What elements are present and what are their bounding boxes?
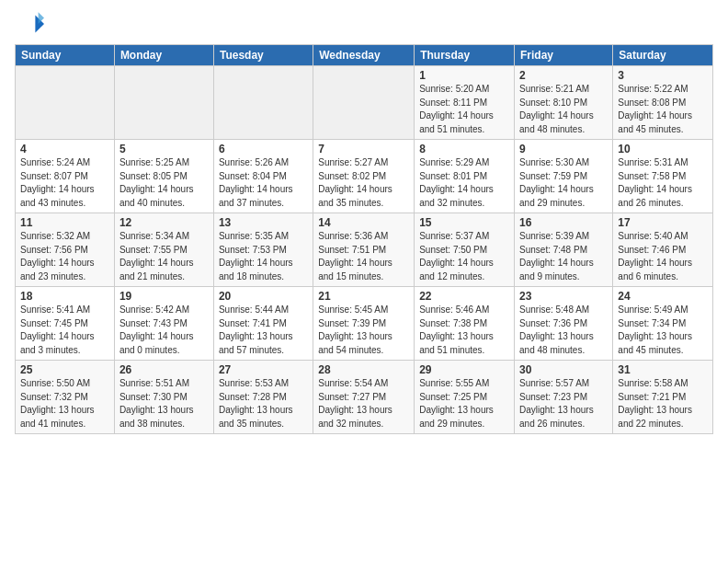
logo-icon xyxy=(15,9,44,39)
day-cell: 16Sunrise: 5:39 AM Sunset: 7:48 PM Dayli… xyxy=(515,213,613,287)
day-cell: 21Sunrise: 5:45 AM Sunset: 7:39 PM Dayli… xyxy=(313,287,415,361)
day-cell: 6Sunrise: 5:26 AM Sunset: 8:04 PM Daylig… xyxy=(213,140,313,213)
day-cell: 30Sunrise: 5:57 AM Sunset: 7:23 PM Dayli… xyxy=(515,361,613,434)
day-number: 21 xyxy=(318,290,409,303)
day-number: 10 xyxy=(618,143,708,155)
day-cell: 13Sunrise: 5:35 AM Sunset: 7:53 PM Dayli… xyxy=(213,213,313,287)
day-cell: 14Sunrise: 5:36 AM Sunset: 7:51 PM Dayli… xyxy=(313,213,415,287)
day-number: 8 xyxy=(419,143,509,155)
day-cell: 9Sunrise: 5:30 AM Sunset: 7:59 PM Daylig… xyxy=(515,140,613,213)
day-number: 17 xyxy=(618,216,708,229)
day-cell: 4Sunrise: 5:24 AM Sunset: 8:07 PM Daylig… xyxy=(16,140,115,213)
day-number: 30 xyxy=(519,363,608,376)
day-number: 12 xyxy=(119,216,209,229)
day-number: 24 xyxy=(618,290,708,303)
weekday-header-row: SundayMondayTuesdayWednesdayThursdayFrid… xyxy=(16,45,713,66)
day-number: 28 xyxy=(318,363,409,376)
day-cell: 23Sunrise: 5:48 AM Sunset: 7:36 PM Dayli… xyxy=(515,287,613,361)
day-cell xyxy=(16,66,115,140)
day-cell: 12Sunrise: 5:34 AM Sunset: 7:55 PM Dayli… xyxy=(114,213,213,287)
day-info: Sunrise: 5:50 AM Sunset: 7:32 PM Dayligh… xyxy=(20,377,109,431)
day-number: 3 xyxy=(618,69,708,82)
calendar-table: SundayMondayTuesdayWednesdayThursdayFrid… xyxy=(15,44,713,434)
day-info: Sunrise: 5:45 AM Sunset: 7:39 PM Dayligh… xyxy=(318,304,409,357)
day-info: Sunrise: 5:26 AM Sunset: 8:04 PM Dayligh… xyxy=(219,156,308,210)
week-row-1: 1Sunrise: 5:20 AM Sunset: 8:11 PM Daylig… xyxy=(16,66,713,140)
day-number: 14 xyxy=(318,216,409,229)
day-info: Sunrise: 5:25 AM Sunset: 8:05 PM Dayligh… xyxy=(119,156,209,210)
day-number: 27 xyxy=(219,363,308,376)
header xyxy=(15,9,713,39)
day-info: Sunrise: 5:36 AM Sunset: 7:51 PM Dayligh… xyxy=(318,230,409,283)
day-number: 13 xyxy=(219,216,308,229)
day-cell: 20Sunrise: 5:44 AM Sunset: 7:41 PM Dayli… xyxy=(213,287,313,361)
week-row-2: 4Sunrise: 5:24 AM Sunset: 8:07 PM Daylig… xyxy=(16,140,713,213)
day-info: Sunrise: 5:21 AM Sunset: 8:10 PM Dayligh… xyxy=(519,83,608,136)
week-row-5: 25Sunrise: 5:50 AM Sunset: 7:32 PM Dayli… xyxy=(16,361,713,434)
day-number: 5 xyxy=(119,143,209,155)
day-cell xyxy=(114,66,213,140)
day-cell: 18Sunrise: 5:41 AM Sunset: 7:45 PM Dayli… xyxy=(16,287,115,361)
day-info: Sunrise: 5:20 AM Sunset: 8:11 PM Dayligh… xyxy=(419,83,509,136)
day-info: Sunrise: 5:34 AM Sunset: 7:55 PM Dayligh… xyxy=(119,230,209,283)
day-info: Sunrise: 5:37 AM Sunset: 7:50 PM Dayligh… xyxy=(419,230,509,283)
day-number: 29 xyxy=(419,363,509,376)
day-info: Sunrise: 5:31 AM Sunset: 7:58 PM Dayligh… xyxy=(618,156,708,210)
day-number: 18 xyxy=(20,290,109,303)
day-info: Sunrise: 5:41 AM Sunset: 7:45 PM Dayligh… xyxy=(20,304,109,357)
weekday-header-thursday: Thursday xyxy=(415,45,515,66)
day-cell: 29Sunrise: 5:55 AM Sunset: 7:25 PM Dayli… xyxy=(415,361,515,434)
day-info: Sunrise: 5:46 AM Sunset: 7:38 PM Dayligh… xyxy=(419,304,509,357)
day-info: Sunrise: 5:35 AM Sunset: 7:53 PM Dayligh… xyxy=(219,230,308,283)
day-cell: 28Sunrise: 5:54 AM Sunset: 7:27 PM Dayli… xyxy=(313,361,415,434)
day-cell: 2Sunrise: 5:21 AM Sunset: 8:10 PM Daylig… xyxy=(515,66,613,140)
weekday-header-saturday: Saturday xyxy=(613,45,713,66)
day-info: Sunrise: 5:30 AM Sunset: 7:59 PM Dayligh… xyxy=(519,156,608,210)
day-info: Sunrise: 5:51 AM Sunset: 7:30 PM Dayligh… xyxy=(119,377,209,431)
day-cell: 5Sunrise: 5:25 AM Sunset: 8:05 PM Daylig… xyxy=(114,140,213,213)
day-cell: 15Sunrise: 5:37 AM Sunset: 7:50 PM Dayli… xyxy=(415,213,515,287)
day-number: 31 xyxy=(618,363,708,376)
day-info: Sunrise: 5:22 AM Sunset: 8:08 PM Dayligh… xyxy=(618,83,708,136)
day-info: Sunrise: 5:32 AM Sunset: 7:56 PM Dayligh… xyxy=(20,230,109,283)
weekday-header-sunday: Sunday xyxy=(16,45,115,66)
day-info: Sunrise: 5:48 AM Sunset: 7:36 PM Dayligh… xyxy=(519,304,608,357)
day-number: 11 xyxy=(20,216,109,229)
day-cell: 7Sunrise: 5:27 AM Sunset: 8:02 PM Daylig… xyxy=(313,140,415,213)
day-info: Sunrise: 5:40 AM Sunset: 7:46 PM Dayligh… xyxy=(618,230,708,283)
day-cell: 24Sunrise: 5:49 AM Sunset: 7:34 PM Dayli… xyxy=(613,287,713,361)
weekday-header-monday: Monday xyxy=(114,45,213,66)
day-cell: 8Sunrise: 5:29 AM Sunset: 8:01 PM Daylig… xyxy=(415,140,515,213)
day-number: 26 xyxy=(119,363,209,376)
page: SundayMondayTuesdayWednesdayThursdayFrid… xyxy=(0,0,728,443)
day-number: 16 xyxy=(519,216,608,229)
day-number: 9 xyxy=(519,143,608,155)
weekday-header-tuesday: Tuesday xyxy=(213,45,313,66)
day-info: Sunrise: 5:58 AM Sunset: 7:21 PM Dayligh… xyxy=(618,377,708,431)
day-info: Sunrise: 5:29 AM Sunset: 8:01 PM Dayligh… xyxy=(419,156,509,210)
day-cell: 10Sunrise: 5:31 AM Sunset: 7:58 PM Dayli… xyxy=(613,140,713,213)
day-cell: 31Sunrise: 5:58 AM Sunset: 7:21 PM Dayli… xyxy=(613,361,713,434)
day-cell: 19Sunrise: 5:42 AM Sunset: 7:43 PM Dayli… xyxy=(114,287,213,361)
day-number: 20 xyxy=(219,290,308,303)
day-number: 23 xyxy=(519,290,608,303)
day-cell: 26Sunrise: 5:51 AM Sunset: 7:30 PM Dayli… xyxy=(114,361,213,434)
day-number: 4 xyxy=(20,143,109,155)
week-row-3: 11Sunrise: 5:32 AM Sunset: 7:56 PM Dayli… xyxy=(16,213,713,287)
day-info: Sunrise: 5:55 AM Sunset: 7:25 PM Dayligh… xyxy=(419,377,509,431)
day-number: 19 xyxy=(119,290,209,303)
day-cell: 1Sunrise: 5:20 AM Sunset: 8:11 PM Daylig… xyxy=(415,66,515,140)
day-cell: 11Sunrise: 5:32 AM Sunset: 7:56 PM Dayli… xyxy=(16,213,115,287)
day-cell: 3Sunrise: 5:22 AM Sunset: 8:08 PM Daylig… xyxy=(613,66,713,140)
day-number: 25 xyxy=(20,363,109,376)
day-info: Sunrise: 5:39 AM Sunset: 7:48 PM Dayligh… xyxy=(519,230,608,283)
day-cell: 22Sunrise: 5:46 AM Sunset: 7:38 PM Dayli… xyxy=(415,287,515,361)
day-number: 7 xyxy=(318,143,409,155)
day-info: Sunrise: 5:27 AM Sunset: 8:02 PM Dayligh… xyxy=(318,156,409,210)
day-cell: 25Sunrise: 5:50 AM Sunset: 7:32 PM Dayli… xyxy=(16,361,115,434)
day-number: 22 xyxy=(419,290,509,303)
week-row-4: 18Sunrise: 5:41 AM Sunset: 7:45 PM Dayli… xyxy=(16,287,713,361)
day-info: Sunrise: 5:49 AM Sunset: 7:34 PM Dayligh… xyxy=(618,304,708,357)
day-cell xyxy=(213,66,313,140)
day-info: Sunrise: 5:24 AM Sunset: 8:07 PM Dayligh… xyxy=(20,156,109,210)
